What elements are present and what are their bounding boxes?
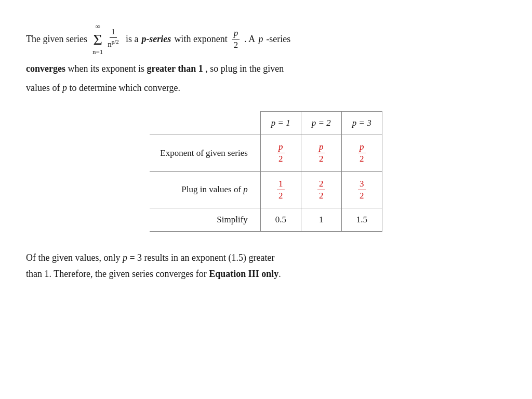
frac-num: p: [277, 141, 285, 153]
fraction-red-p2: p 2: [317, 141, 325, 165]
frac-num: 3: [358, 178, 366, 190]
table-row-plugin: Plug in values of p 1 2 2 2: [150, 171, 382, 208]
table-container: p = 1 p = 2 p = 3 Exponent of given seri…: [26, 111, 506, 231]
exponent-fraction: p 2: [232, 28, 240, 51]
intro-text2: is a: [126, 31, 139, 47]
exponent-table: p = 1 p = 2 p = 3 Exponent of given seri…: [150, 111, 382, 231]
frac-num: p: [358, 141, 366, 153]
fraction-numerator: 1: [110, 26, 117, 38]
frac-den: 2: [317, 190, 325, 202]
intro-text7: values of: [26, 83, 62, 93]
exp-denominator: 2: [232, 39, 240, 51]
intro-text6: , so plug in the given: [205, 63, 284, 74]
intro-text4b: -series: [266, 31, 290, 47]
intro-line3: values of p to determine which converge.: [26, 80, 506, 96]
intro-line2: converges when its exponent is greater t…: [26, 61, 506, 77]
converges-label: converges: [26, 63, 65, 74]
outro-paragraph: Of the given values, only p = 3 results …: [26, 250, 506, 283]
equation-iii-label: Equation III only: [209, 269, 278, 279]
frac-num: p: [317, 141, 325, 153]
p-series-label2: p: [258, 31, 263, 47]
frac-den: 2: [277, 190, 285, 202]
cell-exp-p2: p 2: [301, 135, 341, 171]
frac-num: 1: [277, 178, 285, 190]
cell-simplify-p1: 0.5: [260, 208, 301, 231]
intro-text8: to determine which converge.: [67, 83, 180, 93]
outro-text2: than 1. Therefore, the given series conv…: [26, 269, 209, 279]
sigma-symbol: Σ: [93, 32, 102, 46]
frac-den: 2: [358, 153, 366, 165]
cell-plug-p1: 1 2: [260, 171, 301, 208]
main-content: The given series ∞ Σ n=1 1 np/2 is a p-s…: [26, 21, 506, 283]
table-row-simplify: Simplify 0.5 1 1.5: [150, 208, 382, 231]
cell-simplify-p2: 1: [301, 208, 341, 231]
series-fraction: 1 np/2: [106, 26, 121, 50]
outro-line2: than 1. Therefore, the given series conv…: [26, 266, 506, 283]
sigma-bottom-limit: n=1: [92, 46, 103, 58]
frac-den: 2: [358, 190, 366, 202]
table-row-exponent: Exponent of given series p 2 p 2: [150, 135, 382, 171]
sigma-limits-block: ∞ Σ n=1: [92, 21, 103, 58]
intro-text4: . A: [244, 31, 255, 47]
fraction-red-p3: p 2: [358, 141, 366, 165]
outro-text1: Of the given values, only p = 3 results …: [26, 252, 275, 263]
fraction-plug-p3: 3 2: [358, 178, 366, 202]
p-series-label: p-series: [141, 31, 171, 47]
header-empty: [150, 112, 260, 135]
fraction-denominator: np/2: [106, 38, 121, 50]
intro-text3: with exponent: [174, 31, 227, 47]
fraction-red-p1: p 2: [277, 141, 285, 165]
intro-text1: The given series: [26, 31, 87, 47]
greater-than-1: greater than 1: [147, 63, 203, 74]
table-header-row: p = 1 p = 2 p = 3: [150, 112, 382, 135]
cell-simplify-p3: 1.5: [341, 208, 382, 231]
cell-exp-p1: p 2: [260, 135, 301, 171]
p-variable: p: [62, 83, 67, 93]
header-p1: p = 1: [260, 112, 301, 135]
frac-num: 2: [317, 178, 325, 190]
sigma-notation: ∞ Σ n=1 1 np/2: [92, 21, 121, 58]
exp-numerator: p: [232, 28, 240, 39]
outro-line1: Of the given values, only p = 3 results …: [26, 250, 506, 267]
fraction-plug-p1: 1 2: [277, 178, 285, 202]
intro-line1: The given series ∞ Σ n=1 1 np/2 is a p-s…: [26, 21, 506, 58]
frac-den: 2: [277, 153, 285, 165]
cell-plug-p2: 2 2: [301, 171, 341, 208]
intro-text5: when its exponent is: [68, 63, 147, 74]
outro-period: .: [278, 269, 281, 279]
row-label-exponent: Exponent of given series: [150, 135, 260, 171]
frac-den: 2: [317, 153, 325, 165]
header-p3: p = 3: [341, 112, 382, 135]
header-p2: p = 2: [301, 112, 341, 135]
cell-exp-p3: p 2: [341, 135, 382, 171]
fraction-plug-p2: 2 2: [317, 178, 325, 202]
cell-plug-p3: 3 2: [341, 171, 382, 208]
intro-paragraph: The given series ∞ Σ n=1 1 np/2 is a p-s…: [26, 21, 506, 96]
row-label-simplify: Simplify: [150, 208, 260, 231]
row-label-plugin: Plug in values of p: [150, 171, 260, 208]
